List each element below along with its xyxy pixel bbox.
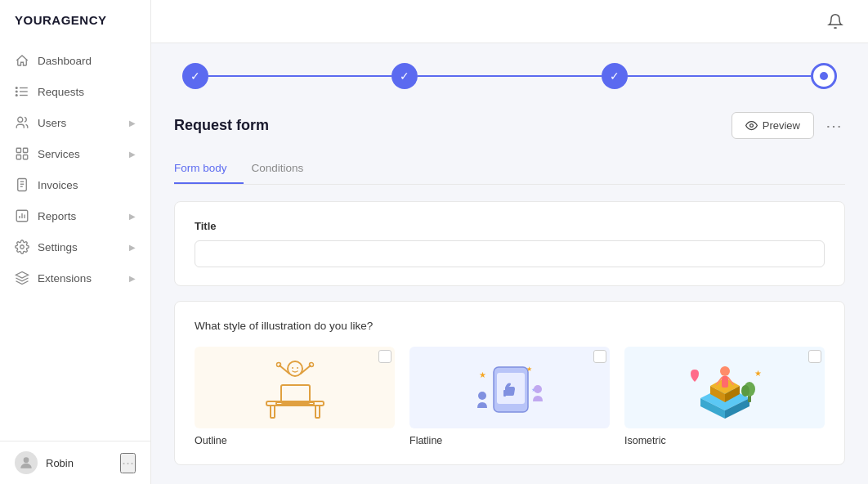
sidebar: YOURAGENCY Dashboard Requests Users ▶ bbox=[0, 0, 151, 484]
illustration-option-isometric[interactable]: ★ Isometric bbox=[624, 347, 825, 446]
svg-text:★: ★ bbox=[754, 369, 762, 378]
outline-image bbox=[195, 347, 395, 428]
sidebar-item-requests[interactable]: Requests bbox=[0, 76, 150, 107]
svg-point-19 bbox=[20, 245, 25, 249]
illustration-options: Outline ★ ★ bbox=[195, 347, 825, 446]
user-more-button[interactable]: ··· bbox=[120, 453, 136, 473]
sidebar-item-label: Settings bbox=[38, 241, 78, 253]
chevron-right-icon: ▶ bbox=[129, 119, 136, 128]
svg-point-48 bbox=[720, 366, 730, 376]
sidebar-item-label: Invoices bbox=[38, 179, 78, 191]
step-line-3 bbox=[628, 75, 811, 77]
outline-checkbox[interactable] bbox=[378, 350, 391, 363]
sidebar-item-dashboard[interactable]: Dashboard bbox=[0, 45, 150, 76]
extensions-icon bbox=[15, 271, 29, 285]
svg-point-3 bbox=[16, 87, 17, 89]
sidebar-item-label: Services bbox=[38, 148, 80, 160]
svg-rect-49 bbox=[722, 376, 728, 388]
illustration-section-card: What style of illustration do you like? bbox=[174, 301, 845, 465]
sidebar-footer: Robin ··· bbox=[0, 441, 150, 484]
svg-point-30 bbox=[276, 363, 280, 367]
chevron-right-icon: ▶ bbox=[129, 274, 136, 283]
list-icon bbox=[15, 84, 29, 99]
title-input[interactable] bbox=[195, 240, 825, 267]
illustration-option-outline[interactable]: Outline bbox=[195, 347, 395, 446]
svg-point-20 bbox=[24, 457, 29, 463]
svg-rect-8 bbox=[24, 148, 28, 152]
svg-text:★: ★ bbox=[526, 365, 532, 373]
svg-point-32 bbox=[292, 367, 293, 369]
svg-rect-23 bbox=[271, 406, 275, 418]
sidebar-item-reports[interactable]: Reports ▶ bbox=[0, 200, 150, 231]
step-3: ✓ bbox=[602, 63, 628, 89]
flatline-image: ★ ★ ★ bbox=[409, 347, 610, 428]
svg-point-31 bbox=[309, 363, 313, 367]
svg-point-21 bbox=[749, 124, 753, 128]
form-title: Request form bbox=[174, 117, 269, 134]
flatline-label: Flatline bbox=[409, 435, 442, 446]
svg-point-40 bbox=[478, 392, 486, 400]
more-options-button[interactable]: ⋯ bbox=[822, 113, 845, 139]
illustration-option-flatline[interactable]: ★ ★ ★ Flatline bbox=[409, 347, 610, 446]
sidebar-item-services[interactable]: Services ▶ bbox=[0, 138, 150, 169]
sidebar-item-label: Extensions bbox=[38, 272, 92, 285]
title-section-label: Title bbox=[195, 220, 825, 232]
form-header: Request form Preview ⋯ bbox=[174, 112, 845, 139]
content-area: ✓ ✓ ✓ Request form Preview ⋯ bbox=[151, 43, 868, 484]
preview-button[interactable]: Preview bbox=[732, 112, 814, 139]
svg-point-6 bbox=[18, 117, 23, 122]
sidebar-item-label: Requests bbox=[38, 86, 84, 98]
user-avatar-icon bbox=[18, 455, 34, 471]
logo-text: YOURAGENCY bbox=[15, 13, 107, 27]
sidebar-item-users[interactable]: Users ▶ bbox=[0, 107, 150, 138]
nav-items: Dashboard Requests Users ▶ Services ▶ bbox=[0, 38, 150, 441]
svg-point-54 bbox=[741, 385, 749, 397]
reports-icon bbox=[15, 208, 29, 223]
illustration-question: What style of illustration do you like? bbox=[195, 320, 825, 332]
svg-rect-36 bbox=[503, 390, 506, 397]
header-actions: Preview ⋯ bbox=[732, 112, 845, 139]
svg-point-4 bbox=[16, 91, 17, 92]
svg-rect-24 bbox=[315, 406, 320, 418]
tab-conditions[interactable]: Conditions bbox=[252, 154, 320, 184]
sidebar-item-label: Reports bbox=[38, 210, 76, 222]
svg-rect-11 bbox=[18, 179, 27, 191]
invoice-icon bbox=[15, 177, 29, 192]
outline-label: Outline bbox=[195, 435, 227, 446]
step-line-1 bbox=[208, 75, 391, 77]
isometric-illustration: ★ bbox=[676, 353, 774, 423]
chevron-right-icon: ▶ bbox=[129, 150, 136, 159]
svg-rect-9 bbox=[16, 155, 20, 159]
svg-point-5 bbox=[16, 95, 17, 96]
eye-icon bbox=[745, 119, 758, 132]
home-icon bbox=[15, 53, 29, 68]
grid-icon bbox=[15, 146, 29, 161]
sidebar-item-label: Users bbox=[38, 117, 66, 129]
sidebar-item-extensions[interactable]: Extensions ▶ bbox=[0, 262, 150, 294]
svg-rect-7 bbox=[16, 148, 20, 152]
main-content: ✓ ✓ ✓ Request form Preview ⋯ bbox=[151, 0, 868, 484]
svg-rect-25 bbox=[281, 385, 310, 403]
notification-bell-button[interactable] bbox=[822, 8, 848, 34]
logo-area: YOURAGENCY bbox=[0, 0, 150, 38]
svg-point-41 bbox=[534, 385, 542, 393]
top-bar bbox=[151, 0, 868, 43]
svg-rect-10 bbox=[24, 155, 28, 159]
preview-label: Preview bbox=[763, 119, 800, 132]
sidebar-item-invoices[interactable]: Invoices bbox=[0, 169, 150, 200]
isometric-label: Isometric bbox=[624, 435, 666, 446]
sidebar-item-settings[interactable]: Settings ▶ bbox=[0, 231, 150, 262]
step-4 bbox=[811, 63, 837, 89]
step-line-2 bbox=[418, 75, 601, 77]
chevron-right-icon: ▶ bbox=[129, 243, 136, 252]
sidebar-item-label: Dashboard bbox=[38, 55, 92, 67]
flatline-checkbox[interactable] bbox=[593, 350, 606, 363]
step-1: ✓ bbox=[182, 63, 208, 89]
title-section-card: Title bbox=[174, 201, 845, 286]
isometric-checkbox[interactable] bbox=[808, 350, 821, 363]
outline-illustration bbox=[258, 351, 332, 424]
bell-icon bbox=[827, 13, 843, 29]
svg-text:★: ★ bbox=[479, 370, 486, 379]
step-2: ✓ bbox=[391, 63, 418, 89]
tab-form-body[interactable]: Form body bbox=[174, 154, 244, 184]
